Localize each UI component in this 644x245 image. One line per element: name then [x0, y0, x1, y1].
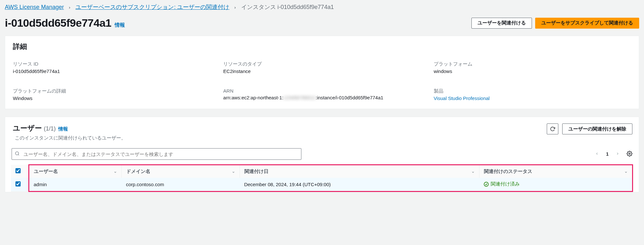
col-assoc-status[interactable]: 関連付けのステータス	[479, 165, 632, 178]
details-title: 詳細	[5, 36, 639, 55]
col-domain[interactable]: ドメイン名	[121, 165, 240, 178]
svg-line-1	[18, 154, 19, 155]
disassociate-button[interactable]: ユーザーの関連付けを解除	[562, 123, 632, 134]
details-panel: 詳細 リソース ID i-010d5dd65f9e774a1 リソースのタイプ …	[5, 36, 639, 109]
field-arn: ARN arn:aws:ec2:ap-northeast-1:123456789…	[223, 88, 421, 101]
sort-icon	[471, 168, 475, 174]
cell-username: admin	[29, 178, 121, 191]
field-product: 製品 Visual Studio Professional	[434, 88, 631, 101]
cell-status: 関連付け済み	[479, 178, 632, 191]
field-platform-detail: プラットフォームの詳細 Windows	[13, 88, 210, 101]
search-icon	[15, 151, 20, 157]
cell-domain: corp.contoso.com	[121, 178, 240, 191]
breadcrumb-item-2[interactable]: ユーザーベースのサブスクリプション: ユーザーの関連付け	[75, 4, 229, 10]
chevron-right-icon	[233, 4, 237, 11]
page-title: i-010d5dd65f9e774a1	[5, 17, 111, 29]
page-prev[interactable]	[595, 151, 599, 157]
refresh-icon	[550, 126, 555, 132]
users-panel: ユーザー (1/1) 情報 このインスタンスに関連付けられているユーザー。 ユー…	[5, 117, 639, 192]
product-link[interactable]: Visual Studio Professional	[434, 95, 490, 101]
sort-icon	[114, 168, 117, 174]
svg-point-3	[484, 182, 488, 186]
users-search-input[interactable]	[12, 148, 301, 160]
redacted-account-id: 123456789012	[283, 95, 316, 100]
cell-date: December 08, 2024, 19:44 (UTC+09:00)	[240, 178, 479, 191]
users-table: ユーザー名 ドメイン名 関連付け日	[11, 164, 633, 192]
select-all-checkbox[interactable]	[15, 168, 21, 173]
page-number: 1	[606, 151, 609, 157]
col-username[interactable]: ユーザー名	[29, 165, 121, 178]
gear-icon	[627, 151, 632, 157]
chevron-right-icon	[616, 152, 620, 156]
breadcrumb-item-1[interactable]: AWS License Manager	[5, 4, 64, 10]
pagination: 1	[595, 151, 632, 158]
breadcrumb: AWS License Manager ユーザーベースのサブスクリプション: ユ…	[5, 3, 639, 11]
breadcrumb-current: インスタンス i-010d5dd65f9e774a1	[241, 4, 334, 10]
field-resource-id: リソース ID i-010d5dd65f9e774a1	[13, 61, 210, 74]
row-checkbox[interactable]	[15, 181, 21, 186]
subscribe-associate-button[interactable]: ユーザーをサブスクライブして関連付ける	[535, 18, 639, 29]
users-title: ユーザー (1/1) 情報	[13, 123, 68, 133]
col-assoc-date[interactable]: 関連付け日	[240, 165, 479, 178]
svg-point-2	[629, 153, 630, 154]
header-actions: ユーザーを関連付ける ユーザーをサブスクライブして関連付ける	[471, 18, 639, 29]
field-platform: プラットフォーム windows	[434, 61, 631, 74]
table-row[interactable]: admin corp.contoso.com December 08, 2024…	[11, 178, 633, 191]
users-info-link[interactable]: 情報	[58, 126, 68, 132]
chevron-right-icon	[68, 4, 71, 11]
svg-point-0	[15, 152, 19, 155]
associate-user-button[interactable]: ユーザーを関連付ける	[471, 18, 532, 29]
sort-icon	[232, 168, 235, 174]
sort-icon	[624, 168, 628, 174]
field-resource-type: リソースのタイプ EC2instance	[223, 61, 421, 74]
check-circle-icon	[484, 182, 489, 187]
chevron-left-icon	[595, 152, 599, 156]
refresh-button[interactable]	[547, 123, 558, 134]
users-desc: このインスタンスに関連付けられているユーザー。	[13, 135, 128, 141]
users-count: (1/1)	[44, 125, 56, 132]
page-header: i-010d5dd65f9e774a1 情報 ユーザーを関連付ける ユーザーをサ…	[5, 17, 639, 29]
page-next[interactable]	[616, 151, 620, 157]
info-link[interactable]: 情報	[115, 22, 125, 28]
settings-button[interactable]	[627, 151, 632, 158]
